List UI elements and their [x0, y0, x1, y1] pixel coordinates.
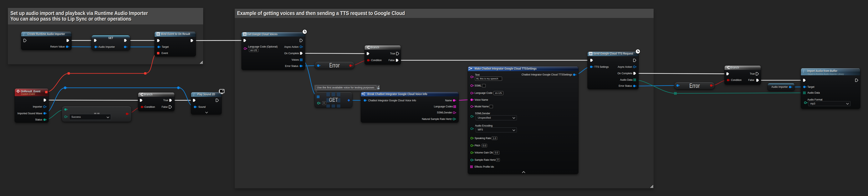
- svg-text:f: f: [193, 92, 195, 96]
- svg-text:f: f: [803, 69, 805, 73]
- svg-text:f: f: [23, 32, 25, 36]
